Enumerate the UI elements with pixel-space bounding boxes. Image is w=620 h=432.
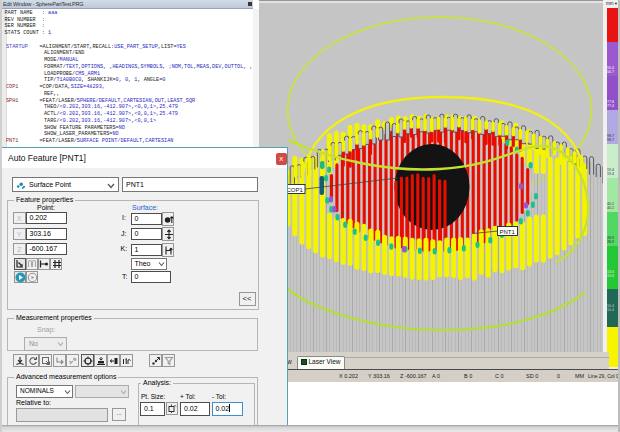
svg-text:PNT1: PNT1 [500, 229, 516, 235]
svg-text:COP1: COP1 [287, 187, 304, 193]
